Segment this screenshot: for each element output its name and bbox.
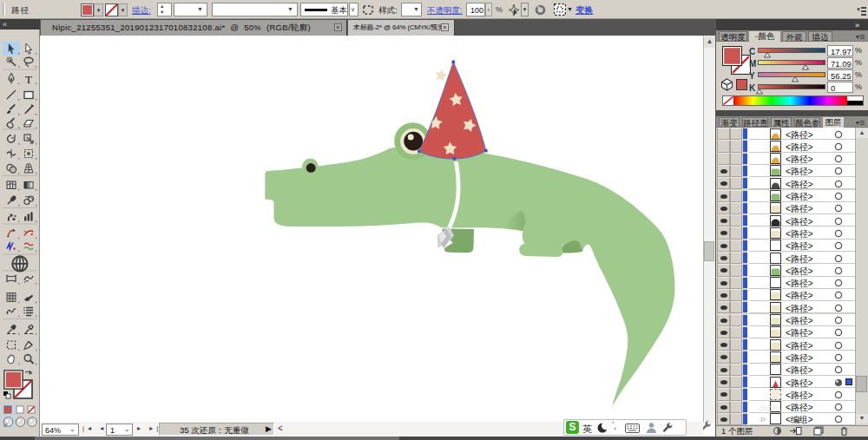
svg-text:T: T xyxy=(25,73,32,86)
